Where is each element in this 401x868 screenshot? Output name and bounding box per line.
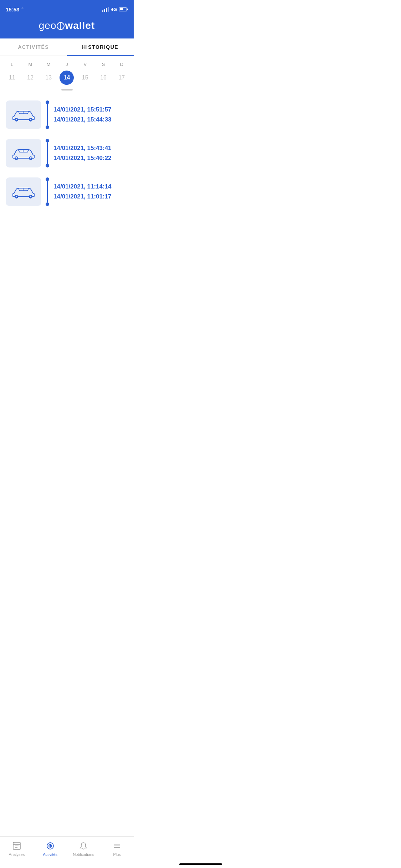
cal-date-12[interactable]: 12: [23, 71, 37, 85]
timeline-dot-start: [46, 100, 49, 104]
tab-historique[interactable]: HISTORIQUE: [67, 38, 134, 56]
trip-item[interactable]: 14/01/2021, 11:14:14 14/01/2021, 11:01:1…: [6, 177, 128, 206]
timeline-dot-end: [46, 202, 49, 206]
calendar: L M M J V S D 11 12 13 14 15 16 17: [0, 56, 134, 93]
calendar-scroll-indicator: [3, 89, 131, 91]
cal-date-14[interactable]: 14: [60, 71, 74, 85]
trip-car-icon: [6, 100, 41, 129]
cal-day-d: D: [114, 62, 129, 67]
timeline-dot-end: [46, 125, 49, 129]
trip-end-time: 14/01/2021, 15:40:22: [53, 155, 112, 162]
cal-day-l: L: [5, 62, 19, 67]
trip-list: 14/01/2021, 15:51:57 14/01/2021, 15:44:3…: [0, 93, 134, 223]
trip-end-time: 14/01/2021, 15:44:33: [53, 116, 112, 123]
trip-timeline: [46, 139, 49, 167]
cal-day-m2: M: [41, 62, 56, 67]
battery-icon: [119, 7, 128, 11]
cal-day-j: J: [60, 62, 74, 67]
cal-day-s: S: [96, 62, 110, 67]
cal-day-m1: M: [23, 62, 37, 67]
trip-start-time: 14/01/2021, 15:51:57: [53, 106, 112, 113]
trip-item[interactable]: 14/01/2021, 15:43:41 14/01/2021, 15:40:2…: [6, 139, 128, 167]
trip-timeline: [46, 177, 49, 206]
network-label: 4G: [111, 7, 117, 12]
app-header: geowallet: [0, 16, 134, 38]
cal-date-15[interactable]: 15: [78, 71, 92, 85]
trip-timeline: [46, 100, 49, 129]
cal-date-16[interactable]: 16: [96, 71, 110, 85]
calendar-dates: 11 12 13 14 15 16 17: [3, 71, 131, 85]
tabs-container: ACTIVITÉS HISTORIQUE: [0, 38, 134, 56]
globe-icon: [57, 22, 65, 30]
cal-day-v: V: [78, 62, 92, 67]
trip-car-icon: [6, 139, 41, 167]
app-logo: geowallet: [0, 20, 134, 31]
timeline-line: [47, 181, 48, 202]
logo-text-left: geo: [39, 20, 57, 31]
trip-start-time: 14/01/2021, 15:43:41: [53, 145, 112, 152]
status-time: 15:53: [6, 6, 24, 12]
cal-date-11[interactable]: 11: [5, 71, 19, 85]
trip-car-icon: [6, 177, 41, 206]
timeline-line: [47, 143, 48, 164]
calendar-day-labels: L M M J V S D: [3, 62, 131, 67]
trip-end-time: 14/01/2021, 11:01:17: [53, 193, 112, 200]
cal-date-13[interactable]: 13: [41, 71, 56, 85]
trip-times: 14/01/2021, 15:43:41 14/01/2021, 15:40:2…: [53, 139, 112, 167]
status-icons: 4G: [102, 7, 128, 12]
tab-activites[interactable]: ACTIVITÉS: [0, 38, 67, 56]
timeline-line: [47, 104, 48, 125]
signal-bars-icon: [102, 7, 109, 12]
trip-times: 14/01/2021, 11:14:14 14/01/2021, 11:01:1…: [53, 177, 112, 206]
cal-date-17[interactable]: 17: [114, 71, 129, 85]
trip-times: 14/01/2021, 15:51:57 14/01/2021, 15:44:3…: [53, 100, 112, 129]
logo-text-right: wallet: [65, 20, 95, 31]
trip-item[interactable]: 14/01/2021, 15:51:57 14/01/2021, 15:44:3…: [6, 100, 128, 129]
timeline-dot-end: [46, 164, 49, 167]
timeline-dot-start: [46, 177, 49, 181]
timeline-dot-start: [46, 139, 49, 143]
trip-start-time: 14/01/2021, 11:14:14: [53, 183, 112, 190]
status-bar: 15:53 4G: [0, 0, 134, 16]
